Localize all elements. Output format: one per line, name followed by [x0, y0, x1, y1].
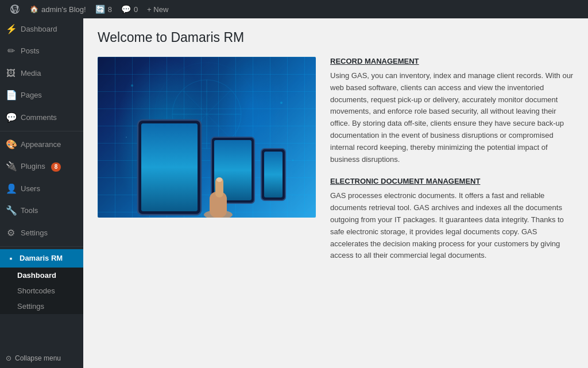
admin-bar: 🏠 admin's Blog! 🔄 8 💬 0 + New — [0, 0, 588, 18]
sidebar-item-posts[interactable]: ✏ Posts — [0, 40, 83, 62]
media-icon: 🖼 — [6, 67, 16, 80]
comments-button[interactable]: 💬 0 — [117, 0, 142, 18]
sidebar-label-tools: Tools — [21, 206, 38, 216]
page-title: Welcome to Damaris RM — [98, 30, 574, 45]
plugins-badge: 8 — [51, 162, 61, 172]
pages-icon: 📄 — [6, 89, 16, 102]
site-name-button[interactable]: 🏠 admin's Blog! — [25, 0, 91, 18]
sidebar-label-users: Users — [21, 184, 40, 194]
sidebar-label-media: Media — [21, 68, 41, 79]
sidebar-label-settings: Settings — [21, 228, 48, 238]
collapse-label: Collapse menu — [15, 354, 61, 362]
posts-icon: ✏ — [6, 45, 16, 57]
sidebar-item-settings[interactable]: ⚙ Settings — [0, 222, 83, 244]
svg-rect-15 — [141, 123, 198, 211]
home-icon: 🏠 — [30, 5, 38, 13]
sidebar-label-comments: Comments — [21, 113, 57, 123]
damaris-rm-title: Damaris RM — [20, 254, 63, 262]
settings-icon: ⚙ — [6, 227, 16, 239]
hero-image — [98, 57, 316, 218]
comments-nav-icon: 💬 — [6, 111, 16, 124]
comments-icon: 💬 — [121, 5, 131, 14]
section-title-electronic: ELECTRONIC DOCUMENT MANAGEMENT — [330, 177, 574, 185]
wp-logo-icon — [9, 3, 21, 15]
plugins-icon: 🔌 — [6, 160, 16, 173]
sidebar-item-users[interactable]: 👤 Users — [0, 178, 83, 200]
sidebar: ⚡ Dashboard ✏ Posts 🖼 Media 📄 Pages 💬 Co… — [0, 18, 83, 368]
tools-icon: 🔧 — [6, 204, 16, 217]
appearance-icon: 🎨 — [6, 138, 16, 151]
sidebar-divider-2 — [0, 246, 83, 247]
sidebar-sub-item-rm-shortcodes[interactable]: Shortcodes — [0, 283, 83, 299]
sidebar-item-plugins[interactable]: 🔌 Plugins 8 — [0, 156, 83, 177]
svg-point-7 — [131, 84, 133, 87]
sidebar-sub-item-rm-dashboard[interactable]: Dashboard — [0, 268, 83, 283]
wp-logo-button[interactable] — [5, 0, 25, 18]
svg-point-10 — [292, 160, 294, 161]
svg-rect-20 — [264, 152, 283, 197]
sidebar-item-damaris-rm[interactable]: ▪ Damaris RM — [0, 249, 83, 268]
damaris-rm-icon: ▪ — [6, 254, 16, 263]
sidebar-item-appearance[interactable]: 🎨 Appearance — [0, 134, 83, 156]
tablets-svg — [126, 103, 287, 218]
sidebar-label-plugins: Plugins — [21, 161, 45, 172]
updates-count: 8 — [108, 5, 112, 14]
sidebar-item-media[interactable]: 🖼 Media — [0, 63, 83, 84]
sidebar-label-posts: Posts — [21, 46, 40, 56]
sidebar-item-dashboard[interactable]: ⚡ Dashboard — [0, 18, 83, 40]
section-text-electronic: GAS processes electronic documents. It o… — [330, 190, 574, 262]
comments-count: 0 — [134, 5, 138, 14]
sidebar-label-appearance: Appearance — [21, 140, 61, 150]
sidebar-sub-item-rm-settings[interactable]: Settings — [0, 299, 83, 314]
dashboard-icon: ⚡ — [6, 23, 16, 36]
rm-dashboard-label: Dashboard — [17, 271, 56, 280]
sidebar-label-pages: Pages — [21, 90, 42, 100]
section-title-record: RECORD MANAGEMENT — [330, 57, 574, 65]
collapse-menu-button[interactable]: ⊙ Collapse menu — [0, 348, 83, 368]
main-content: Welcome to Damaris RM — [83, 18, 588, 368]
site-name: admin's Blog! — [41, 5, 86, 14]
updates-icon: 🔄 — [95, 5, 105, 14]
section-text-record: Using GAS, you can inventory, index and … — [330, 70, 574, 165]
updates-button[interactable]: 🔄 8 — [91, 0, 117, 18]
record-management-section: RECORD MANAGEMENT Using GAS, you can inv… — [330, 57, 574, 165]
users-icon: 👤 — [6, 183, 16, 195]
sidebar-item-tools[interactable]: 🔧 Tools — [0, 200, 83, 222]
sidebar-item-comments[interactable]: 💬 Comments — [0, 107, 83, 129]
svg-point-24 — [216, 177, 222, 182]
rm-shortcodes-label: Shortcodes — [17, 286, 55, 295]
rm-settings-label: Settings — [17, 302, 44, 311]
content-body: RECORD MANAGEMENT Using GAS, you can inv… — [98, 57, 574, 273]
main-layout: ⚡ Dashboard ✏ Posts 🖼 Media 📄 Pages 💬 Co… — [0, 18, 588, 368]
electronic-document-section: ELECTRONIC DOCUMENT MANAGEMENT GAS proce… — [330, 177, 574, 262]
text-content: RECORD MANAGEMENT Using GAS, you can inv… — [330, 57, 574, 273]
new-label: + New — [147, 5, 168, 14]
sidebar-divider-1 — [0, 131, 83, 131]
sidebar-item-pages[interactable]: 📄 Pages — [0, 84, 83, 106]
new-content-button[interactable]: + New — [142, 0, 173, 18]
collapse-icon: ⊙ — [6, 354, 11, 362]
sidebar-label-dashboard: Dashboard — [21, 24, 57, 34]
